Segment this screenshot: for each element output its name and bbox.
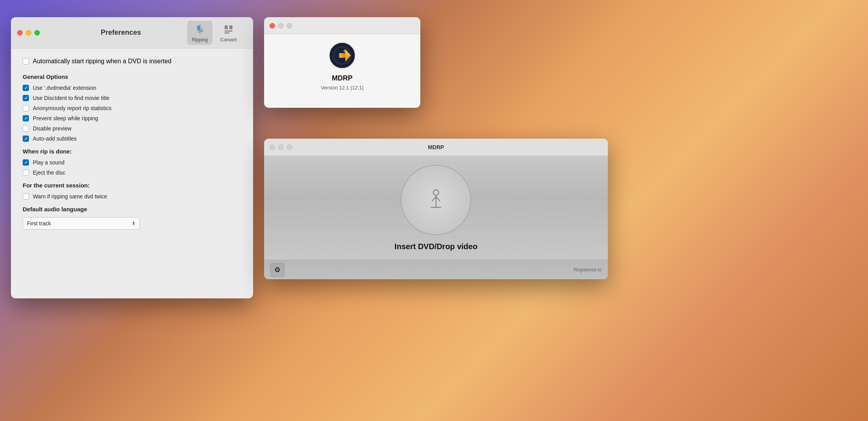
main-bottom-bar: ⚙ Registered to [264, 260, 608, 279]
general-checkbox-0[interactable] [23, 85, 29, 91]
about-app-version: Version 12.1 (12.1) [321, 85, 364, 91]
main-window-title: MDRP [428, 144, 444, 150]
registered-text: Registered to [574, 267, 602, 273]
convert-tab[interactable]: Convert [216, 21, 241, 45]
main-titlebar: MDRP [264, 139, 608, 156]
main-close-button[interactable] [270, 144, 275, 150]
auto-start-row: Automatically start ripping when a DVD i… [23, 58, 241, 65]
minimize-button[interactable] [26, 30, 31, 36]
main-minimize-button[interactable] [278, 144, 284, 150]
gear-icon: ⚙ [274, 266, 280, 274]
audio-language-section: Default audio language First track ⬍ [23, 206, 241, 230]
preferences-title: Preferences [101, 29, 141, 37]
traffic-lights [17, 30, 40, 36]
general-option-3: Prevent sleep while ripping [23, 115, 241, 121]
about-content: MDRP Version 12.1 (12.1) [264, 34, 420, 98]
general-checkbox-1[interactable] [23, 95, 29, 101]
about-minimize-button[interactable] [278, 23, 284, 29]
auto-start-checkbox[interactable] [23, 58, 29, 64]
rip-done-label-0: Play a sound [33, 159, 64, 166]
svg-point-12 [433, 190, 439, 195]
ripping-tab[interactable]: 🎙️ Ripping [187, 21, 213, 45]
general-option-0: Use '.dvdmedia' extension [23, 85, 241, 91]
about-fullscreen-button[interactable] [287, 23, 292, 29]
dvd-drop-circle [401, 165, 471, 235]
session-option-0: Warn if ripping same dvd twice [23, 193, 241, 200]
svg-rect-2 [225, 30, 232, 32]
general-label-4: Disable preview [33, 125, 71, 132]
svg-marker-10 [343, 53, 345, 58]
ripping-label: Ripping [192, 37, 208, 43]
svg-rect-1 [229, 25, 232, 29]
preferences-content: Automatically start ripping when a DVD i… [11, 48, 253, 239]
fullscreen-button[interactable] [34, 30, 40, 36]
audio-lang-select-row: First track ⬍ [23, 217, 241, 230]
preferences-titlebar: Preferences 🎙️ Ripping Convert [11, 17, 253, 48]
general-label-3: Prevent sleep while ripping [33, 115, 98, 121]
about-traffic-lights [270, 23, 292, 29]
audio-lang-heading: Default audio language [23, 206, 241, 212]
current-session-heading: For the current session: [23, 182, 241, 189]
main-drop-area[interactable]: Insert DVD/Drop video [264, 156, 608, 260]
general-option-2: Anonymously report rip statistics [23, 105, 241, 111]
general-options-heading: General Options [23, 73, 241, 80]
main-fullscreen-button[interactable] [287, 144, 292, 150]
auto-start-label: Automatically start ripping when a DVD i… [33, 58, 171, 65]
main-traffic-lights [270, 144, 292, 150]
about-app-name: MDRP [332, 74, 353, 82]
general-label-5: Auto-add subtitles [33, 136, 77, 142]
general-label-2: Anonymously report rip statistics [33, 105, 112, 111]
rip-done-heading: When rip is done: [23, 148, 241, 155]
preferences-toolbar: 🎙️ Ripping Convert [187, 21, 241, 45]
session-label-0: Warn if ripping same dvd twice [33, 193, 107, 200]
audio-lang-value: First track [27, 220, 51, 227]
session-checkbox-0[interactable] [23, 193, 29, 200]
rip-done-option-0: Play a sound [23, 159, 241, 166]
main-window: MDRP Insert DVD/Drop video ⚙ Registered … [264, 139, 608, 279]
general-label-0: Use '.dvdmedia' extension [33, 85, 96, 91]
settings-gear-button[interactable]: ⚙ [270, 263, 284, 277]
rip-done-option-1: Eject the disc [23, 169, 241, 176]
rip-done-checkbox-1[interactable] [23, 169, 29, 176]
general-option-5: Auto-add subtitles [23, 136, 241, 142]
select-arrow-icon: ⬍ [132, 221, 136, 226]
rip-done-label-1: Eject the disc [33, 169, 65, 176]
about-titlebar [264, 17, 420, 34]
general-checkbox-5[interactable] [23, 136, 29, 142]
insert-dvd-text: Insert DVD/Drop video [395, 242, 477, 251]
svg-rect-0 [225, 25, 228, 29]
about-window: MDRP Version 12.1 (12.1) [264, 17, 420, 108]
svg-rect-3 [225, 32, 229, 34]
audio-lang-select[interactable]: First track ⬍ [23, 217, 140, 230]
close-button[interactable] [17, 30, 23, 36]
app-icon [328, 41, 356, 70]
general-label-1: Use DiscIdent to find movie title [33, 95, 109, 101]
convert-icon [222, 23, 235, 36]
general-checkbox-4[interactable] [23, 125, 29, 132]
general-option-1: Use DiscIdent to find movie title [23, 95, 241, 101]
convert-label: Convert [220, 37, 237, 43]
rip-done-checkbox-0[interactable] [23, 159, 29, 166]
general-checkbox-3[interactable] [23, 115, 29, 121]
about-close-button[interactable] [270, 23, 275, 29]
preferences-window: Preferences 🎙️ Ripping Convert [11, 17, 253, 298]
general-checkbox-2[interactable] [23, 105, 29, 111]
ripping-icon: 🎙️ [194, 23, 206, 36]
general-option-4: Disable preview [23, 125, 241, 132]
